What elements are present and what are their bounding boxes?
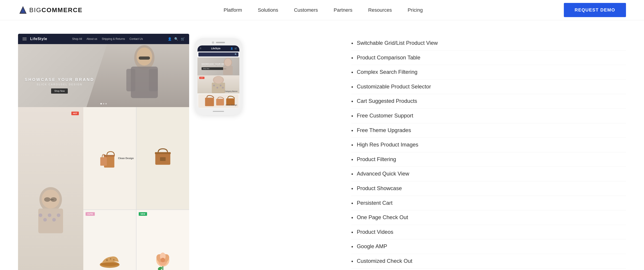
nav-item-platform[interactable]: Platform: [224, 7, 242, 13]
feature-text: Product Videos: [357, 228, 393, 236]
mobile-clean-label: Clean Design: [226, 103, 237, 107]
accessories-illustration: [152, 147, 174, 169]
mobile-hot-badge: HOT: [199, 77, 204, 79]
nav-item-customers[interactable]: Customers: [294, 7, 318, 13]
svg-point-26: [101, 262, 119, 266]
bags-illustration: [98, 147, 121, 169]
desktop-bottom-row: HOT Category Banner: [18, 107, 189, 270]
nav-about[interactable]: About us: [86, 37, 97, 40]
hamburger-icon: [22, 37, 26, 40]
mobile-speaker: [216, 42, 225, 43]
cart-icon[interactable]: 🛒: [181, 37, 185, 41]
logo[interactable]: BIGCOMMERCE: [18, 5, 83, 15]
svg-point-35: [160, 258, 165, 262]
feature-text: Free Customer Support: [357, 112, 413, 119]
feature-item: •Cart Suggested Products: [351, 94, 626, 109]
mobile-hamburger: ☰: [200, 47, 201, 49]
svg-point-11: [44, 197, 50, 202]
svg-point-37: [158, 266, 163, 270]
svg-point-27: [106, 259, 108, 261]
mobile-search-bar[interactable]: 🔍: [198, 52, 238, 56]
mobile-user-icon: 👤: [230, 47, 233, 50]
cute-tag: CUTE: [86, 212, 95, 216]
bottom-right-products: Clean Design CUTE: [83, 107, 189, 270]
feature-text: Google AMP: [357, 243, 387, 250]
svg-rect-41: [223, 68, 226, 69]
feature-item: •Switchable Grid/List Product View: [351, 36, 626, 51]
svg-rect-4: [126, 69, 135, 91]
mobile-phone-frame: ☰ LifeStyle 👤 🛒 🔍: [195, 38, 242, 115]
mobile-camera: [212, 41, 214, 44]
feature-item: •Saved Payment Methods: [351, 269, 626, 270]
nav-shop-all[interactable]: Shop All: [72, 37, 82, 40]
svg-point-44: [213, 85, 215, 86]
feature-bullet: •: [351, 40, 353, 47]
feature-item: •Product Videos: [351, 225, 626, 240]
main-content: LifeStyle Shop All About us Shipping & R…: [0, 20, 644, 270]
mobile-cart-icon: 🛒: [234, 47, 237, 50]
svg-rect-24: [160, 157, 166, 161]
feature-text: Customizable Product Selector: [357, 83, 431, 90]
feature-item: •Product Filtering: [351, 152, 626, 167]
feature-bullet: •: [351, 141, 353, 149]
hero-sub-text: SLICK CAROUSEL DESIGN: [25, 83, 94, 86]
new-tag: NEW: [139, 212, 147, 216]
feature-item: •Google AMP: [351, 239, 626, 254]
feature-bullet: •: [351, 243, 353, 251]
nav-item-partners[interactable]: Partners: [334, 7, 352, 13]
desktop-topbar-nav: Shop All About us Shipping & Returns Con…: [72, 37, 143, 40]
feature-bullet: •: [351, 214, 353, 222]
feature-bullet: •: [351, 54, 353, 62]
svg-rect-23: [155, 152, 171, 154]
mobile-topbar: ☰ LifeStyle 👤 🛒: [198, 45, 239, 51]
desktop-topbar: LifeStyle Shop All About us Shipping & R…: [18, 34, 189, 44]
product-cell-flowers: NEW Instagra: [136, 210, 189, 270]
bottom-left-model: HOT Category Banner: [18, 107, 83, 270]
user-icon[interactable]: 👤: [168, 37, 172, 41]
nav-item-solutions[interactable]: Solutions: [258, 7, 278, 13]
nav-shipping[interactable]: Shipping & Returns: [102, 37, 125, 40]
svg-rect-39: [223, 66, 233, 75]
feature-item: •One Page Check Out: [351, 210, 626, 225]
nav-item-resources[interactable]: Resources: [368, 7, 392, 13]
feature-bullet: •: [351, 170, 353, 178]
svg-point-14: [39, 214, 42, 217]
feature-item: •Complex Search Filtering: [351, 65, 626, 80]
desktop-brand-text: LifeStyle: [30, 37, 47, 41]
svg-point-28: [110, 258, 111, 260]
feature-bullet: •: [351, 229, 353, 236]
hero-dot-2: [103, 103, 104, 104]
feature-text: Free Theme Upgrades: [357, 126, 411, 134]
request-demo-button[interactable]: REQUEST DEMO: [564, 3, 626, 17]
desktop-screenshot: LifeStyle Shop All About us Shipping & R…: [18, 34, 189, 270]
mobile-top-notch: [198, 41, 239, 44]
feature-bullet: •: [351, 185, 353, 193]
feature-text: Product Showcase: [357, 185, 402, 192]
feature-bullet: •: [351, 127, 353, 135]
svg-rect-7: [139, 56, 150, 60]
feature-text: Cart Suggested Products: [357, 97, 417, 105]
nav-contact[interactable]: Contact Us: [130, 37, 143, 40]
svg-point-17: [52, 218, 56, 222]
screenshots-area: LifeStyle Shop All About us Shipping & R…: [18, 34, 333, 270]
feature-text: Switchable Grid/List Product View: [357, 39, 438, 47]
desktop-topbar-icons: 👤 🔍 🛒: [168, 37, 185, 41]
features-list-area: •Switchable Grid/List Product View•Produ…: [351, 34, 626, 270]
clean-design-label: Clean Design: [118, 157, 134, 160]
home-indicator-bar: [213, 111, 224, 112]
shop-now-button[interactable]: Shop Now: [51, 88, 68, 94]
feature-text: Complex Search Filtering: [357, 68, 417, 76]
feature-item: •Advanced Quick View: [351, 167, 626, 181]
svg-point-15: [43, 218, 47, 222]
feature-text: Advanced Quick View: [357, 170, 409, 178]
feature-text: One Page Check Out: [357, 214, 408, 221]
feature-item: •Free Customer Support: [351, 109, 626, 123]
feature-bullet: •: [351, 112, 353, 120]
search-icon[interactable]: 🔍: [174, 37, 178, 41]
feature-text: Product Filtering: [357, 155, 396, 163]
product-cell-shoes: CUTE Promo Banners: [83, 210, 136, 270]
feature-item: •Free Theme Upgrades: [351, 123, 626, 138]
nav-item-pricing[interactable]: Pricing: [408, 7, 423, 13]
svg-point-47: [222, 87, 224, 89]
svg-rect-5: [149, 69, 158, 91]
